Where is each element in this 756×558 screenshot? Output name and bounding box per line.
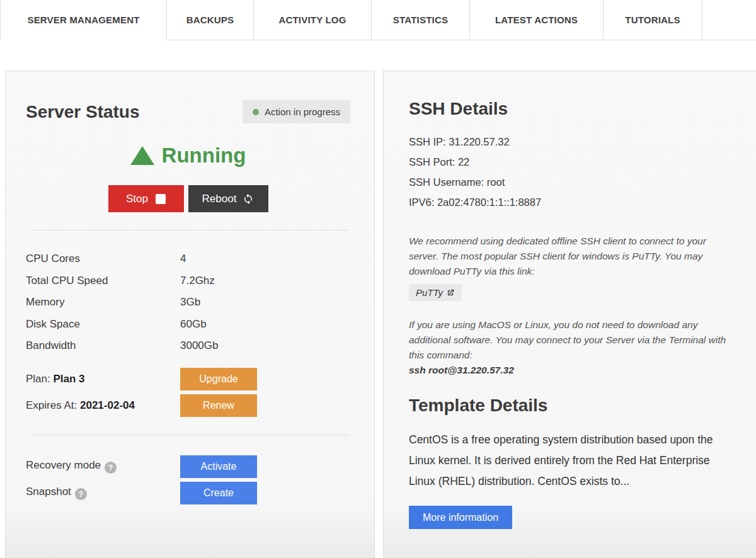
plan-row: Plan: Plan 3 Upgrade [26,368,350,390]
running-triangle-icon [130,146,154,165]
spec-value: 60Gb [180,314,207,336]
ssh-port: SSH Port: 22 [409,152,737,172]
tab-server-management[interactable]: SERVER MANAGEMENT [0,0,167,40]
reboot-button-label: Reboot [202,193,237,205]
plan-label-text: Plan: [26,373,50,385]
spec-label: Bandwidth [26,335,180,357]
spec-label: Total CPU Speed [26,270,180,292]
plan-value: Plan 3 [53,373,84,385]
reboot-button[interactable]: Reboot [188,185,268,212]
ssh-ip: SSH IP: 31.220.57.32 [409,132,737,152]
external-link-icon [446,288,455,297]
status-dot-icon [253,109,259,115]
recovery-mode-label: Recovery mode [26,459,180,474]
more-information-button[interactable]: More information [409,506,512,529]
spec-row-memory: Memory 3Gb [26,292,350,314]
tab-backups[interactable]: BACKUPS [167,0,254,40]
spec-label: CPU Cores [26,248,180,270]
template-details-title: Template Details [409,396,737,416]
spec-value: 7.2Ghz [180,270,215,292]
ssh-info: SSH IP: 31.220.57.32 SSH Port: 22 SSH Us… [409,132,737,212]
spec-value: 3Gb [180,292,200,314]
spec-row-disk-space: Disk Space 60Gb [26,314,350,336]
stop-button-label: Stop [126,193,148,205]
snapshot-row: Snapshot Create [26,482,350,504]
divider [31,230,349,231]
server-state: Running [26,144,350,168]
tab-tutorials[interactable]: TUTORIALS [604,0,702,40]
snapshot-label: Snapshot [26,486,180,500]
ssh-command: ssh root@31.220.57.32 [409,365,514,375]
server-state-label: Running [162,144,246,168]
template-description: CentOS is a free operating system distri… [409,430,731,492]
recovery-mode-row: Recovery mode Activate [26,455,350,478]
spec-value: 3000Gb [180,335,219,357]
expires-label: Expires At: 2021-02-04 [26,399,180,412]
ssh-ipv6: IPV6: 2a02:4780:1:1::1:8887 [409,192,737,212]
spec-row-cpu-cores: CPU Cores 4 [26,248,350,270]
reboot-refresh-icon [243,193,254,205]
ssh-details-panel: SSH Details SSH IP: 31.220.57.32 SSH Por… [383,71,756,558]
server-status-title: Server Status [26,102,140,122]
snapshot-label-text: Snapshot [26,486,71,498]
terminal-note: If you are using MacOS or Linux, you do … [409,317,727,378]
server-status-panel: Server Status Action in progress Running… [5,71,375,558]
action-in-progress-badge: Action in progress [243,100,350,123]
tab-latest-actions[interactable]: LATEST ACTIONS [470,0,604,40]
server-specs: CPU Cores 4 Total CPU Speed 7.2Ghz Memor… [26,248,350,357]
stop-button[interactable]: Stop [108,185,184,212]
putty-link-label: PuTTy [416,287,443,298]
badge-label: Action in progress [265,106,340,117]
tab-bar-filler [702,0,756,40]
terminal-note-text: If you are using MacOS or Linux, you do … [409,319,726,360]
activate-button[interactable]: Activate [180,455,257,478]
plan-label: Plan: Plan 3 [26,373,180,385]
ssh-details-title: SSH Details [409,99,737,119]
renew-button[interactable]: Renew [180,394,257,417]
spec-row-bandwidth: Bandwidth 3000Gb [26,335,350,357]
snapshot-help-icon[interactable] [75,488,87,500]
tab-activity-log[interactable]: ACTIVITY LOG [254,0,372,40]
putty-link-button[interactable]: PuTTy [409,284,462,301]
recovery-help-icon[interactable] [105,462,117,474]
spec-value: 4 [180,248,186,270]
expires-value: 2021-02-04 [80,399,135,411]
expires-label-text: Expires At: [26,399,77,411]
spec-label: Memory [26,292,180,314]
expires-row: Expires At: 2021-02-04 Renew [26,394,350,417]
tab-bar: SERVER MANAGEMENT BACKUPS ACTIVITY LOG S… [0,0,756,40]
recovery-mode-label-text: Recovery mode [26,459,101,471]
spec-label: Disk Space [26,314,180,336]
stop-icon [156,194,166,204]
spec-row-cpu-speed: Total CPU Speed 7.2Ghz [26,270,350,292]
divider [31,435,349,435]
putty-note: We recommend using dedicated offline SSH… [409,234,727,279]
tab-statistics[interactable]: STATISTICS [372,0,470,40]
ssh-username: SSH Username: root [409,172,737,192]
create-button[interactable]: Create [180,482,257,504]
upgrade-button[interactable]: Upgrade [180,368,257,390]
